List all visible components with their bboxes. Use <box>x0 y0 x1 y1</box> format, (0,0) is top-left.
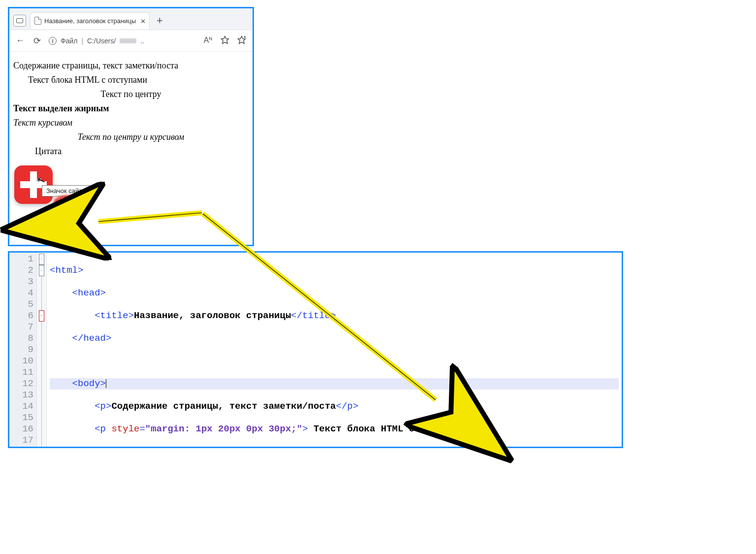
back-button[interactable]: ← <box>15 35 25 46</box>
refresh-button[interactable]: ⟳ <box>32 35 42 46</box>
info-icon[interactable]: i <box>49 37 57 45</box>
code-editor-panel: 1234567891011121314151617 --- <html> <he… <box>8 251 623 448</box>
svg-marker-0 <box>221 36 229 43</box>
addr-path-prefix: C:/Users/ <box>87 37 116 45</box>
page-icon <box>34 17 41 25</box>
collections-button[interactable] <box>237 35 247 46</box>
tab-title: Название, заголовок страницы <box>44 17 136 25</box>
page-text-quote: Цитата <box>35 146 249 157</box>
addr-path-blurred <box>120 38 136 43</box>
tab-actions-button[interactable] <box>13 15 26 27</box>
addr-ellipsis: .. <box>140 37 144 45</box>
browser-toolbar: ← ⟳ i Файл | C:/Users/ .. Aᴺ <box>9 30 252 52</box>
page-text-indent: Текст блока HTML с отступами <box>28 75 249 85</box>
browser-window: Название, заголовок страницы × + ← ⟳ i Ф… <box>8 7 254 246</box>
page-text-bold: Текст выделен жирным <box>13 103 249 114</box>
image-overflow-blob <box>54 195 83 209</box>
close-tab-button[interactable]: × <box>139 17 145 25</box>
read-aloud-button[interactable]: Aᴺ <box>203 35 213 46</box>
addr-label: Файл <box>61 37 77 45</box>
browser-titlebar: Название, заголовок страницы × + <box>9 8 252 30</box>
page-text-italic: Текст курсивом <box>13 118 249 128</box>
page-text-center: Текст по центру <box>13 89 249 99</box>
line-number-gutter: 1234567891011121314151617 <box>9 253 37 447</box>
site-favicon-image[interactable] <box>14 165 53 204</box>
fold-column: --- <box>37 253 47 447</box>
favorite-button[interactable] <box>220 35 230 46</box>
rendered-page: Содержание страницы, текст заметки/поста… <box>9 52 252 209</box>
new-tab-button[interactable]: + <box>154 14 166 27</box>
addr-separator: | <box>81 37 83 45</box>
page-text-plain: Содержание страницы, текст заметки/поста <box>13 61 249 71</box>
code-area[interactable]: <html> <head> <title>Название, заголовок… <box>47 253 622 447</box>
browser-tab[interactable]: Название, заголовок страницы × <box>30 12 150 29</box>
page-image-area: ↖ Значок сайта <box>14 165 63 204</box>
page-text-center-italic: Текст по центру и курсивом <box>13 132 249 142</box>
address-bar[interactable]: i Файл | C:/Users/ .. <box>49 37 144 45</box>
